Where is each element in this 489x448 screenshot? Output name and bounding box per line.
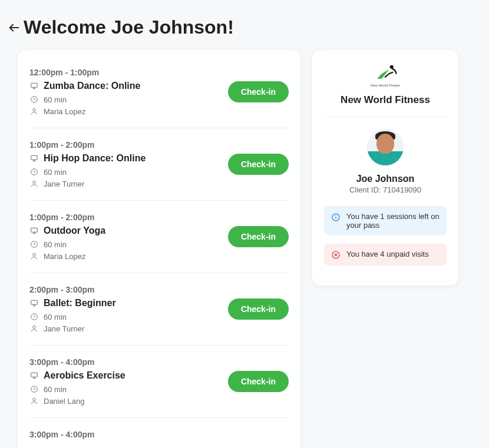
client-name: Joe Johnson: [324, 174, 447, 184]
alert-info: You have 1 sessions left on your pass: [324, 206, 447, 235]
class-item: 1:00pm - 2:00pmHip Hop Dance: Online60 m…: [29, 134, 289, 201]
class-duration: 60 min: [44, 313, 67, 321]
class-title: Outdoor Yoga: [44, 225, 105, 236]
person-icon: [29, 324, 39, 333]
person-icon: [29, 396, 39, 406]
monitor-icon: [29, 226, 39, 235]
class-instructor: Daniel Lang: [44, 397, 84, 406]
class-duration: 60 min: [44, 168, 67, 177]
client-id: Client ID: 710419090: [324, 185, 447, 194]
profile-card: New World Fitness New World Fitness Joe …: [312, 50, 458, 286]
class-item: 2:00pm - 3:00pmBallet: Beginner60 minJan…: [29, 279, 289, 346]
class-time: 3:00pm - 4:00pm: [29, 430, 289, 439]
svg-point-5: [33, 108, 36, 111]
class-list-card: 12:00pm - 1:00pmZumba Dance: Online60 mi…: [18, 50, 300, 448]
class-instructor: Jane Turner: [44, 180, 84, 188]
svg-rect-11: [31, 228, 38, 232]
class-time: 1:00pm - 2:00pm: [29, 140, 228, 150]
check-in-button[interactable]: Check-in: [228, 154, 289, 175]
page-header: Welcome Joe Johnson!: [0, 0, 489, 50]
svg-point-25: [33, 398, 36, 401]
class-title: Zumba Dance: Online: [44, 81, 140, 91]
class-duration: 60 min: [44, 240, 67, 249]
class-title: Hip Hop Dance: Online: [44, 153, 146, 164]
back-arrow-icon[interactable]: [7, 21, 21, 35]
svg-rect-16: [31, 300, 38, 304]
class-duration: 60 min: [44, 95, 67, 104]
check-in-button[interactable]: Check-in: [228, 81, 289, 102]
svg-point-29: [336, 215, 336, 216]
class-instructor: Jane Turner: [44, 324, 84, 333]
alert-text: You have 4 unpaid visits: [346, 250, 429, 258]
clock-icon: [29, 95, 39, 104]
class-time: 2:00pm - 3:00pm: [29, 285, 228, 294]
class-duration: 60 min: [44, 385, 67, 394]
monitor-icon: [29, 154, 39, 163]
class-item: 3:00pm - 4:00pm: [29, 424, 289, 448]
svg-rect-6: [31, 155, 38, 160]
check-in-button[interactable]: Check-in: [228, 226, 289, 247]
alert-text: You have 1 sessions left on your pass: [346, 212, 440, 230]
avatar: [367, 129, 404, 165]
monitor-icon: [29, 81, 39, 91]
class-instructor: Maria Lopez: [44, 252, 86, 261]
clock-icon: [29, 240, 39, 249]
class-instructor: Maria Lopez: [44, 107, 86, 116]
class-item: 3:00pm - 4:00pmAerobics Exercise60 minDa…: [29, 351, 289, 418]
svg-rect-1: [31, 83, 38, 87]
monitor-icon: [29, 371, 39, 380]
person-icon: [29, 251, 39, 261]
clock-icon: [29, 167, 39, 177]
class-item: 12:00pm - 1:00pmZumba Dance: Online60 mi…: [29, 62, 289, 128]
class-title: Aerobics Exercise: [44, 370, 125, 381]
svg-point-20: [33, 326, 36, 328]
gym-logo: New World Fitness: [324, 62, 447, 94]
class-time: 1:00pm - 2:00pm: [29, 213, 228, 222]
svg-point-15: [33, 253, 36, 256]
class-time: 12:00pm - 1:00pm: [29, 68, 228, 77]
check-in-button[interactable]: Check-in: [228, 371, 289, 392]
page-title: Welcome Joe Johnson!: [24, 16, 234, 38]
class-title: Ballet: Beginner: [44, 298, 116, 308]
person-icon: [29, 179, 39, 188]
alert-warning: You have 4 unpaid visits: [324, 244, 447, 266]
info-icon: [331, 213, 341, 222]
class-time: 3:00pm - 4:00pm: [29, 357, 228, 367]
x-circle-icon: [331, 250, 341, 260]
monitor-icon: [29, 298, 39, 308]
person-icon: [29, 107, 39, 116]
check-in-button[interactable]: Check-in: [228, 298, 289, 320]
gym-name: New World Fitness: [324, 94, 447, 106]
clock-icon: [29, 384, 39, 394]
svg-point-10: [33, 181, 36, 184]
svg-rect-21: [31, 373, 38, 377]
divider: [324, 117, 447, 117]
class-item: 1:00pm - 2:00pmOutdoor Yoga60 minMaria L…: [29, 207, 289, 273]
clock-icon: [29, 312, 39, 321]
gym-logo-label: New World Fitness: [371, 84, 400, 87]
